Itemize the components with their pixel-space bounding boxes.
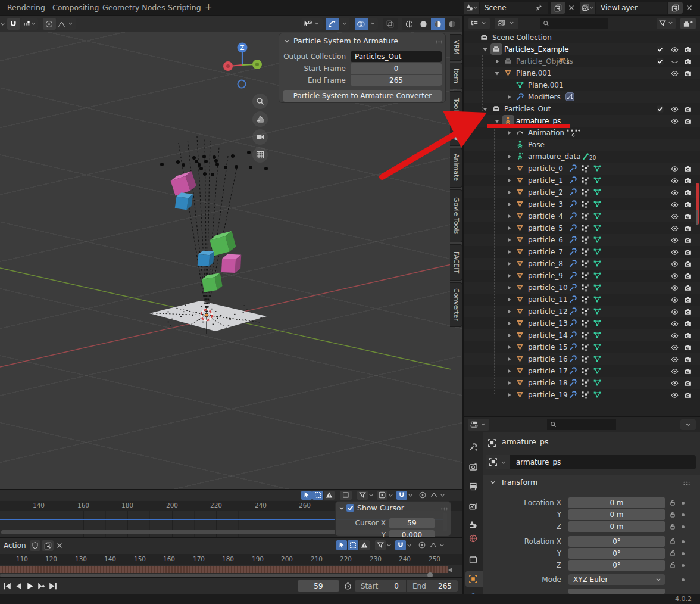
animate-dot[interactable] bbox=[682, 552, 685, 555]
outliner-row-particle_17[interactable]: particle_17 bbox=[464, 365, 700, 377]
mesh-data-icon[interactable] bbox=[593, 164, 602, 173]
eye-icon[interactable] bbox=[670, 391, 679, 400]
outliner-row-particle_14[interactable]: particle_14 bbox=[464, 329, 700, 341]
mesh-data-icon[interactable] bbox=[593, 188, 602, 197]
outliner-scrollbar[interactable] bbox=[696, 210, 698, 225]
expand-closed-icon[interactable] bbox=[506, 368, 512, 374]
camera-visibility-icon[interactable] bbox=[683, 284, 692, 292]
expand-closed-icon[interactable] bbox=[506, 178, 512, 183]
modifier-wrench-icon[interactable] bbox=[568, 378, 577, 387]
expand-open-icon[interactable] bbox=[494, 118, 500, 124]
object-name-field[interactable]: armature_ps bbox=[486, 455, 696, 469]
eye-icon[interactable] bbox=[670, 69, 679, 78]
modifier-wrench-icon[interactable] bbox=[568, 366, 577, 375]
camera-visibility-icon[interactable] bbox=[683, 236, 692, 245]
expand-closed-icon[interactable] bbox=[506, 297, 512, 303]
chevron-down-icon[interactable] bbox=[440, 493, 445, 498]
eye-icon[interactable] bbox=[670, 379, 679, 388]
lock-icon[interactable] bbox=[668, 522, 677, 531]
animate-dot[interactable] bbox=[682, 564, 685, 567]
animate-dot[interactable] bbox=[682, 502, 685, 505]
workspace-tab-scripting[interactable]: Scripting bbox=[168, 0, 201, 15]
zoom-button[interactable] bbox=[252, 94, 268, 109]
camera-view-button[interactable] bbox=[252, 129, 268, 145]
expand-closed-icon[interactable] bbox=[506, 309, 512, 315]
camera-visibility-icon[interactable] bbox=[683, 212, 692, 221]
outliner-row-particle_10[interactable]: particle_10 bbox=[464, 282, 700, 294]
outliner-row-particle_13[interactable]: particle_13 bbox=[464, 317, 700, 329]
vertex-groups-icon[interactable] bbox=[580, 366, 589, 375]
add-workspace-button[interactable]: + bbox=[205, 0, 212, 15]
jump-to-start-button[interactable] bbox=[2, 581, 12, 591]
sidebar-tab-faceit[interactable]: FACEIT bbox=[450, 244, 462, 281]
nav-gizmo[interactable]: Z bbox=[220, 37, 268, 91]
modifier-wrench-icon[interactable] bbox=[568, 247, 577, 256]
modifier-wrench-icon[interactable] bbox=[568, 390, 577, 399]
expand-closed-icon[interactable] bbox=[506, 261, 512, 267]
outliner-row-pose[interactable]: Pose bbox=[464, 139, 700, 151]
camera-visibility-icon[interactable] bbox=[683, 319, 692, 328]
transform-field-3[interactable]: 0° bbox=[568, 536, 665, 547]
expand-closed-icon[interactable] bbox=[506, 356, 512, 362]
modifier-wrench-icon[interactable] bbox=[568, 223, 577, 232]
mesh-data-icon[interactable] bbox=[593, 354, 602, 363]
lock-icon[interactable] bbox=[668, 561, 677, 569]
camera-visibility-icon[interactable] bbox=[683, 248, 692, 257]
clock-icon[interactable] bbox=[343, 581, 352, 590]
dope-hscrollbar[interactable] bbox=[0, 574, 433, 577]
chevron-down-icon[interactable] bbox=[473, 5, 478, 10]
exclude-checkbox[interactable] bbox=[656, 57, 664, 66]
eye-icon[interactable] bbox=[670, 176, 679, 185]
vertex-groups-icon[interactable] bbox=[580, 307, 589, 316]
eye-icon[interactable] bbox=[670, 272, 679, 281]
expand-closed-icon[interactable] bbox=[506, 392, 512, 398]
converter-run-button[interactable]: Particle System to Armature Converter bbox=[283, 90, 442, 102]
camera-visibility-icon[interactable] bbox=[683, 45, 692, 54]
outliner-row-particle_4[interactable]: particle_4 bbox=[464, 210, 700, 222]
outliner-row-particle_2[interactable]: particle_2 bbox=[464, 186, 700, 198]
tab-render-icon[interactable] bbox=[468, 462, 478, 472]
mesh-data-icon[interactable] bbox=[593, 283, 602, 292]
expand-closed-icon[interactable] bbox=[506, 213, 512, 219]
tab-object-icon[interactable] bbox=[468, 574, 478, 584]
outliner-row-armature_data[interactable]: armature_data20 bbox=[464, 151, 700, 163]
modifier-wrench-icon[interactable] bbox=[568, 354, 577, 363]
lock-icon[interactable] bbox=[668, 549, 677, 558]
eye-icon[interactable] bbox=[670, 331, 679, 340]
expand-closed-icon[interactable] bbox=[506, 249, 512, 255]
mesh-data-icon[interactable] bbox=[593, 295, 602, 304]
mesh-data-icon[interactable] bbox=[593, 200, 602, 208]
vertex-groups-icon[interactable] bbox=[580, 223, 589, 232]
camera-visibility-icon[interactable] bbox=[683, 117, 692, 126]
eye-icon[interactable] bbox=[670, 212, 679, 221]
outliner-row-plane.001[interactable]: Plane.001 bbox=[464, 79, 700, 91]
modifier-wrench-icon[interactable] bbox=[568, 331, 577, 340]
unlink-action-icon[interactable] bbox=[55, 541, 64, 550]
exclude-checkbox[interactable] bbox=[656, 105, 664, 113]
snap-button[interactable] bbox=[395, 540, 406, 550]
pin-icon[interactable] bbox=[535, 4, 543, 12]
chevron-down-icon[interactable] bbox=[0, 21, 5, 27]
workspace-tab-geometry-nodes[interactable]: Geometry Nodes bbox=[102, 0, 165, 15]
camera-visibility-icon[interactable] bbox=[683, 379, 692, 388]
modifier-wrench-icon[interactable] bbox=[568, 188, 577, 197]
chevron-down-icon[interactable] bbox=[408, 493, 413, 498]
sidebar-tab-item[interactable]: Item bbox=[450, 63, 462, 89]
outliner-row-particle_15[interactable]: particle_15 bbox=[464, 341, 700, 353]
tab-physics-icon[interactable] bbox=[468, 592, 478, 594]
transform-field-1[interactable]: 0 m bbox=[568, 509, 665, 520]
viewlayer-remove-icon[interactable] bbox=[685, 4, 693, 12]
mesh-data-icon[interactable] bbox=[593, 223, 602, 232]
camera-visibility-icon[interactable] bbox=[683, 331, 692, 340]
chevron-down-icon[interactable] bbox=[388, 493, 393, 498]
mesh-data-icon[interactable] bbox=[593, 247, 602, 256]
animate-dot[interactable] bbox=[682, 578, 685, 581]
mesh-data-icon[interactable] bbox=[593, 307, 602, 316]
camera-visibility-icon[interactable] bbox=[683, 343, 692, 352]
sidebar-tab-tool[interactable]: Tool bbox=[450, 91, 462, 118]
previous-frame-button[interactable] bbox=[14, 581, 24, 591]
falloff-button[interactable] bbox=[428, 540, 439, 550]
eye-icon[interactable] bbox=[670, 248, 679, 257]
camera-visibility-icon[interactable] bbox=[683, 200, 692, 209]
outliner-row-particle_12[interactable]: particle_12 bbox=[464, 306, 700, 317]
